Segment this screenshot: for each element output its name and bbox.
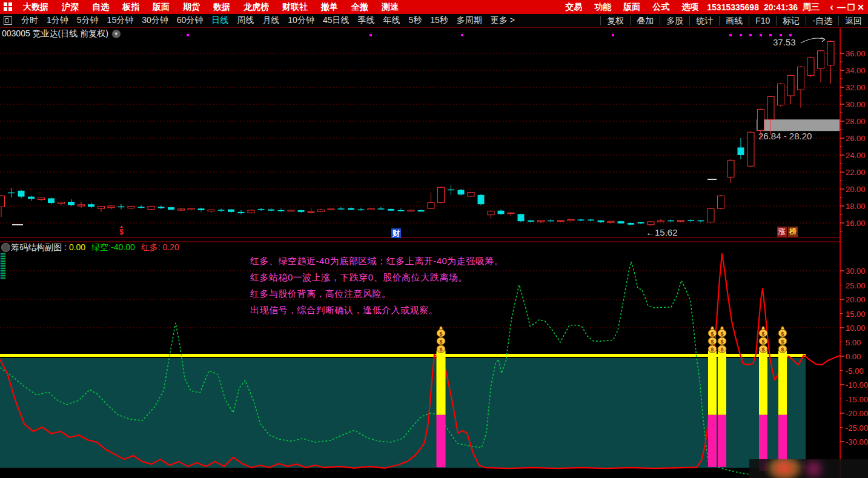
candlestick [608,221,614,222]
news-tag-cai[interactable]: 财 [391,228,401,238]
money-bag-symbol: $ [711,347,714,353]
period-tab-6[interactable]: 60分钟 [173,15,208,26]
period-tab-10[interactable]: 10分钟 [283,15,319,26]
indicator-name[interactable]: 筹码结构副图 [11,242,62,253]
toolbar-button-6[interactable]: F10 [749,16,776,25]
menu-item-right-1[interactable]: 交易 [559,2,588,13]
period-tab-8[interactable]: 周线 [233,15,258,26]
magenta-dot [369,34,372,36]
indicator-grip[interactable] [0,253,6,279]
stock-title-row: 003005 竞业达(日线 前复权) ▼ [2,28,121,39]
candlestick [698,221,704,222]
period-tab-12[interactable]: 季线 [353,15,379,26]
period-tab-15[interactable]: 15秒 [426,15,452,26]
menu-item-3[interactable]: 自选 [85,2,116,13]
menu-item-2[interactable]: 沪深 [55,2,85,13]
toolbar-button-3[interactable]: 多股 [660,16,689,25]
period-tab-17[interactable]: 更多 > [486,15,519,26]
restore-icon[interactable]: ❐ [846,2,856,12]
candlestick [578,219,585,221]
toolbar-buttons: 复权叠加多股统计画线F10标记-自选返回 [600,14,868,27]
magenta-dot [740,34,742,36]
back-icon[interactable]: ‹ [827,3,837,12]
toolbar-button-8[interactable]: -自选 [806,16,838,25]
period-tab-5[interactable]: 30分钟 [137,15,173,26]
candlestick [48,198,55,203]
money-bag-symbol: $ [781,347,784,353]
ranking-tag[interactable]: 榜 [788,227,798,237]
period-tab-16[interactable]: 多周期 [452,15,486,26]
candlestick [328,209,334,210]
toolbar-button-2[interactable]: 叠加 [630,16,660,25]
candlestick [268,210,274,211]
period-tab-11[interactable]: 45日线 [319,15,354,26]
app-logo-icon[interactable] [4,2,13,12]
magenta-dot [612,34,614,36]
period-tab-4[interactable]: 15分钟 [103,15,138,26]
candlestick [168,207,174,210]
main-axis-label: 36.00 [846,49,866,58]
toolbar-button-9[interactable]: 返回 [838,16,868,25]
main-axis-label: 32.00 [846,83,866,92]
menu-item-4[interactable]: 板指 [116,2,146,13]
toolbar-button-5[interactable]: 画线 [719,16,749,25]
period-tab-13[interactable]: 年线 [379,15,404,26]
menu-item-1[interactable]: 大数据 [16,2,55,13]
money-bag-knot-icon [711,327,714,330]
layout-icon[interactable] [4,16,12,25]
candlestick [678,221,684,222]
candlestick [128,207,134,208]
sub-axis-label: 25.00 [846,281,866,290]
indicator-red-value: 红多: 0.20 [141,242,179,253]
period-tab-1[interactable]: 分时 [17,15,42,26]
candlestick [158,207,165,208]
sub-axis-label: -15.00 [846,395,868,404]
candlestick [18,191,25,197]
period-tab-9[interactable]: 月线 [258,15,283,26]
period-toolbar: 分时1分钟5分钟15分钟30分钟60分钟日线周线月线10分钟45日线季线年线5秒… [0,14,868,28]
menu-item-right-5[interactable]: 选项 [675,2,704,13]
main-axis-label: 34.00 [846,66,866,75]
menu-item-10[interactable]: 撤单 [314,2,345,13]
menu-item-8[interactable]: 龙虎榜 [237,2,276,13]
dollar-signal-icon[interactable]: ▲ $ [119,225,124,236]
candlestick [638,222,644,224]
toolbar-button-1[interactable]: 复权 [600,16,630,25]
menu-item-right-3[interactable]: 版面 [617,2,646,13]
candlestick [308,211,314,213]
limit-up-tag[interactable]: 涨 [777,227,787,237]
menu-item-11[interactable]: 全撤 [345,2,375,13]
chevron-down-icon[interactable]: ▼ [112,30,121,38]
sub-axis-label: -30.00 [846,437,868,446]
period-tab-14[interactable]: 5秒 [404,15,426,26]
gap-band-label: 26.84 - 28.20 [758,131,812,141]
close-icon[interactable]: ✕ [856,2,866,12]
toolbar-button-4[interactable]: 统计 [689,16,719,25]
toolbar-button-7[interactable]: 标记 [776,16,806,25]
candlestick [767,96,774,119]
period-tab-7[interactable]: 日线 [207,15,233,26]
minimize-icon[interactable]: — [837,2,846,12]
main-axis-label: 22.00 [846,168,866,177]
menu-item-6[interactable]: 期货 [176,2,207,13]
menu-item-right-4[interactable]: 公式 [646,2,675,13]
menu-item-7[interactable]: 数据 [207,2,237,13]
candlestick [388,209,394,211]
candlestick [278,210,285,211]
sub-axis-label: -10.00 [846,380,868,390]
menu-item-9[interactable]: 财联社 [276,2,314,13]
candlestick [288,210,294,211]
candlestick [787,75,794,96]
candlestick [248,210,254,213]
period-tab-3[interactable]: 5分钟 [73,15,103,26]
magenta-dot [769,34,772,36]
watermark-overlay [749,459,868,478]
menu-item-12[interactable]: 测速 [375,2,405,13]
candlestick [428,202,434,208]
indicator-collapse-icon[interactable] [1,243,10,252]
menu-item-right-2[interactable]: 功能 [588,2,617,13]
candlestick [668,221,674,222]
candlestick [687,220,694,221]
menu-item-5[interactable]: 版面 [146,2,176,13]
period-tab-2[interactable]: 1分钟 [42,15,73,26]
